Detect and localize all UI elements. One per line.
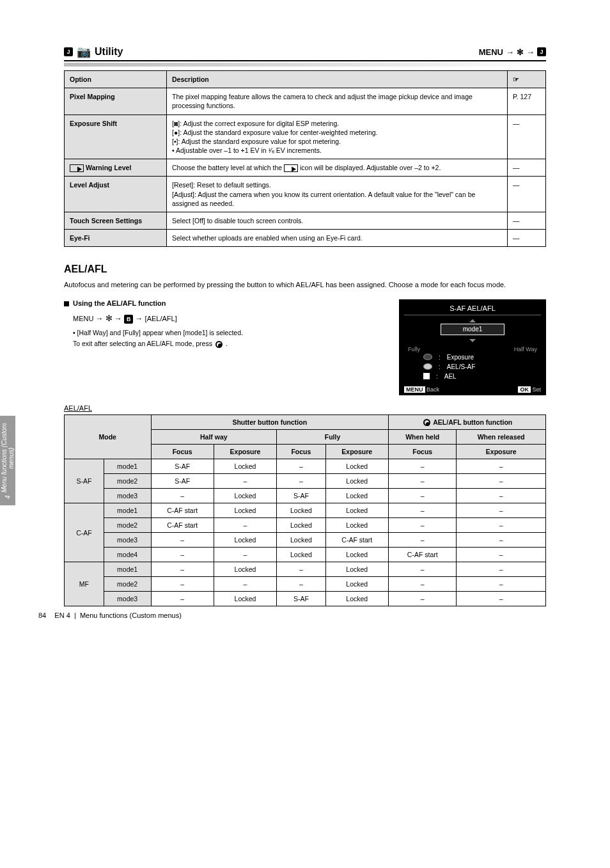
arrow-icon: → xyxy=(114,314,124,323)
lcd-value: AEL xyxy=(444,373,457,380)
cell: Locked xyxy=(325,577,388,592)
cell: – xyxy=(457,474,546,489)
lcd-value: AEL/S-AF xyxy=(447,363,475,370)
footer-chapter: EN 4 xyxy=(54,612,70,619)
row-touch-screen-ref: — xyxy=(508,212,546,229)
cell: – xyxy=(388,459,457,474)
aelafl-description: Autofocus and metering can be performed … xyxy=(64,280,546,290)
aelafl-steps: MENU → ✻ → B → [AEL/AFL] • [Half Way] an… xyxy=(73,312,386,349)
col-aelafl-btn: AEL/AFL button function xyxy=(388,414,545,430)
sub-exposure: Exposure xyxy=(214,445,276,459)
square-bullet-icon xyxy=(64,301,69,306)
battery-card-icon xyxy=(284,164,298,172)
mode-cell: mode2 xyxy=(104,474,151,489)
camera-lcd-mock: S-AF AEL/AFL mode1 Fully Half Way : Expo… xyxy=(399,299,546,395)
row-pixel-mapping-desc: The pixel mapping feature allows the cam… xyxy=(167,88,508,114)
cell: Locked xyxy=(277,533,325,548)
cell: – xyxy=(388,518,457,533)
arrow-icon: → xyxy=(135,314,145,323)
cell: Locked xyxy=(325,503,388,518)
dial-light-icon xyxy=(423,363,432,370)
lcd-footer: MENU Back OK Set xyxy=(404,386,541,393)
cell: – xyxy=(388,592,457,606)
lcd-selected-text: mode1 xyxy=(463,326,483,333)
mode-cell: mode3 xyxy=(104,489,151,503)
footer-text: Menu functions (Custom menus) xyxy=(80,612,182,619)
page-footer: 84 EN 4 | Menu functions (Custom menus) xyxy=(38,612,182,619)
sub-focus: Focus xyxy=(151,445,214,459)
lcd-value: Exposure xyxy=(447,354,474,361)
lcd-footer-ok-box: OK xyxy=(518,386,531,393)
cell: Locked xyxy=(214,503,276,518)
cell: – xyxy=(457,548,546,562)
cell: – xyxy=(457,503,546,518)
cell: – xyxy=(151,548,214,562)
section-header-right: MENU → ✻ → J xyxy=(479,47,546,57)
aelafl-subheading: AEL/AFL xyxy=(64,404,546,412)
lcd-footer-back: Back xyxy=(426,386,439,393)
cell: – xyxy=(277,459,325,474)
reference-hand-icon: ☞ xyxy=(513,75,519,84)
cell: – xyxy=(151,562,214,577)
row-touch-screen-desc: Select [Off] to disable touch screen con… xyxy=(167,212,508,229)
cell: Locked xyxy=(277,503,325,518)
arrow-icon: → xyxy=(506,47,514,57)
sub-focus: Focus xyxy=(388,445,457,459)
cell: Locked xyxy=(277,518,325,533)
footer-sep: | xyxy=(74,612,76,619)
cell: – xyxy=(457,577,546,592)
section-title: Utility xyxy=(95,46,123,58)
row-eyefi-ref: — xyxy=(508,230,546,247)
cell: – xyxy=(151,489,214,503)
lcd-row: : AEL/S-AF xyxy=(404,363,541,370)
cell: S-AF xyxy=(277,489,325,503)
camera-icon: 📷 xyxy=(77,45,91,59)
lcd-selected-item: mode1 xyxy=(441,324,504,335)
side-tab-label: Menu functions (Custom menus) xyxy=(1,422,15,494)
col-full: Fully xyxy=(277,430,389,445)
mode-cell: mode4 xyxy=(104,548,151,562)
step-note-c: . xyxy=(226,340,228,347)
aelafl-mode-table: Mode Shutter button function AEL/AFL but… xyxy=(64,414,546,607)
group-caf: C-AF xyxy=(65,503,104,562)
up-triangle-icon xyxy=(469,319,476,322)
row-warning-level-opt: Warning Level xyxy=(65,159,167,177)
gear-icon: ✻ xyxy=(517,47,524,57)
cell: C-AF start xyxy=(325,533,388,548)
cell: – xyxy=(277,474,325,489)
row-warning-level-opt-text: Warning Level xyxy=(86,164,131,171)
menu-j-icon: J xyxy=(537,47,546,56)
row-eyefi-desc: Select whether uploads are enabled when … xyxy=(167,230,508,247)
mode-cell: mode3 xyxy=(104,592,151,606)
row-pixel-mapping-opt: Pixel Mapping xyxy=(65,88,167,114)
cell: – xyxy=(388,577,457,592)
row-touch-screen-opt: Touch Screen Settings xyxy=(65,212,167,229)
cell: Locked xyxy=(214,592,276,606)
col-released: When released xyxy=(457,430,546,445)
cell: Locked xyxy=(325,518,388,533)
cell: – xyxy=(277,562,325,577)
step-note-a: • [Half Way] and [Fully] appear when [mo… xyxy=(73,329,243,336)
section-header: J 📷 Utility MENU → ✻ → J xyxy=(64,45,546,61)
colon-icon: : xyxy=(439,354,441,361)
group-saf: S-AF xyxy=(65,459,104,503)
lcd-row: : AEL xyxy=(404,373,541,380)
cell: – xyxy=(388,489,457,503)
cell: C-AF start xyxy=(151,518,214,533)
cell: Locked xyxy=(214,489,276,503)
step-note-b: To exit after selecting an AEL/AFL mode,… xyxy=(73,340,214,347)
battery-card-icon xyxy=(70,164,84,172)
cell: – xyxy=(214,548,276,562)
cell: C-AF start xyxy=(151,503,214,518)
col-held: When held xyxy=(388,430,457,445)
cell: Locked xyxy=(325,474,388,489)
cell: C-AF start xyxy=(388,548,457,562)
cell: – xyxy=(277,577,325,592)
cell: Locked xyxy=(214,459,276,474)
row-level-adjust-ref: — xyxy=(508,177,546,212)
row-pixel-mapping-ref: P. 127 xyxy=(508,88,546,114)
col-shutter: Shutter button function xyxy=(151,414,388,430)
col-mode: Mode xyxy=(65,414,152,459)
white-square-icon xyxy=(423,373,430,379)
col-half: Half way xyxy=(151,430,277,445)
